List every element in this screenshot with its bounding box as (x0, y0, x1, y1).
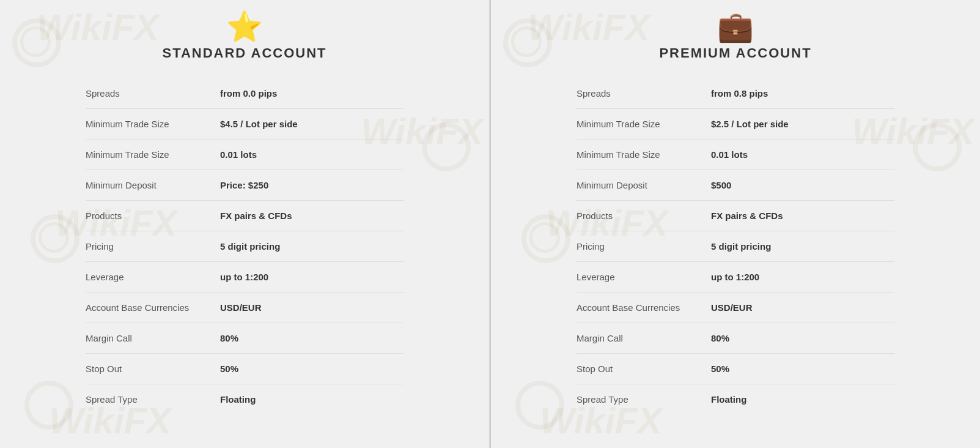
standard-value-8: 80% (220, 332, 238, 345)
standard-row-0: Spreadsfrom 0.0 pips (86, 78, 403, 109)
premium-label-9: Stop Out (577, 362, 711, 375)
standard-label-9: Stop Out (86, 362, 220, 375)
standard-label-6: Leverage (86, 271, 220, 283)
standard-icon: ⭐ (226, 12, 263, 42)
premium-row-5: Pricing5 digit pricing (577, 231, 894, 262)
standard-label-10: Spread Type (86, 393, 220, 406)
standard-value-1: $4.5 / Lot per side (220, 118, 298, 130)
premium-value-7: USD/EUR (711, 301, 753, 314)
standard-account-panel: WikiFX WikiFX WikiFX WikiFX ⭐ STANDARD A… (0, 0, 490, 448)
premium-value-0: from 0.8 pips (711, 87, 768, 100)
p-watermark-circle-2 (521, 214, 570, 263)
standard-row-8: Margin Call80% (86, 323, 403, 354)
watermark-circle-inner-1 (20, 26, 51, 57)
standard-value-7: USD/EUR (220, 301, 262, 314)
standard-features-table: Spreadsfrom 0.0 pipsMinimum Trade Size$4… (86, 78, 403, 414)
watermark-circle-1 (12, 18, 61, 67)
standard-row-2: Minimum Trade Size0.01 lots (86, 140, 403, 170)
watermark-circle-4 (24, 381, 73, 430)
standard-header: ⭐ STANDARD ACCOUNT (162, 12, 326, 61)
standard-row-6: Leverageup to 1:200 (86, 262, 403, 293)
standard-value-4: FX pairs & CFDs (220, 209, 292, 222)
standard-label-0: Spreads (86, 87, 220, 100)
premium-row-6: Leverageup to 1:200 (577, 262, 894, 293)
premium-row-9: Stop Out50% (577, 354, 894, 384)
standard-value-10: Floating (220, 393, 256, 406)
watermark-circle-3 (422, 122, 471, 171)
standard-row-9: Stop Out50% (86, 354, 403, 384)
standard-value-9: 50% (220, 362, 238, 375)
premium-value-1: $2.5 / Lot per side (711, 118, 789, 130)
premium-title: PREMIUM ACCOUNT (659, 45, 811, 61)
premium-label-2: Minimum Trade Size (577, 148, 711, 161)
premium-label-10: Spread Type (577, 393, 711, 406)
premium-features-table: Spreadsfrom 0.8 pipsMinimum Trade Size$2… (577, 78, 894, 414)
standard-row-10: Spread TypeFloating (86, 384, 403, 414)
page-wrapper: WikiFX WikiFX WikiFX WikiFX ⭐ STANDARD A… (0, 0, 980, 448)
premium-label-5: Pricing (577, 240, 711, 253)
watermark-text-1: WikiFX (37, 6, 158, 48)
p-watermark-circle-1 (503, 18, 552, 67)
premium-value-8: 80% (711, 332, 729, 345)
watermark-circle-2 (31, 214, 79, 263)
standard-value-3: Price: $250 (220, 179, 268, 192)
premium-label-7: Account Base Currencies (577, 301, 711, 314)
p-watermark-circle-inner-1 (511, 26, 542, 57)
standard-title: STANDARD ACCOUNT (162, 45, 326, 61)
standard-label-1: Minimum Trade Size (86, 118, 220, 130)
premium-label-3: Minimum Deposit (577, 179, 711, 192)
standard-label-3: Minimum Deposit (86, 179, 220, 192)
premium-row-2: Minimum Trade Size0.01 lots (577, 140, 894, 170)
standard-row-4: ProductsFX pairs & CFDs (86, 201, 403, 231)
premium-row-10: Spread TypeFloating (577, 384, 894, 414)
standard-row-1: Minimum Trade Size$4.5 / Lot per side (86, 109, 403, 140)
premium-label-6: Leverage (577, 271, 711, 283)
premium-row-0: Spreadsfrom 0.8 pips (577, 78, 894, 109)
premium-header: 💼 PREMIUM ACCOUNT (659, 12, 811, 61)
standard-label-7: Account Base Currencies (86, 301, 220, 314)
premium-row-8: Margin Call80% (577, 323, 894, 354)
standard-label-4: Products (86, 209, 220, 222)
p-watermark-circle-4 (515, 381, 564, 430)
premium-row-1: Minimum Trade Size$2.5 / Lot per side (577, 109, 894, 140)
p-watermark-text-1: WikiFX (528, 6, 649, 48)
premium-label-4: Products (577, 209, 711, 222)
standard-value-0: from 0.0 pips (220, 87, 277, 100)
premium-row-3: Minimum Deposit$500 (577, 170, 894, 201)
standard-row-7: Account Base CurrenciesUSD/EUR (86, 293, 403, 323)
standard-value-5: 5 digit pricing (220, 240, 280, 253)
premium-row-4: ProductsFX pairs & CFDs (577, 201, 894, 231)
premium-value-5: 5 digit pricing (711, 240, 771, 253)
p-watermark-circle-3 (913, 122, 962, 171)
standard-label-8: Margin Call (86, 332, 220, 345)
premium-value-10: Floating (711, 393, 746, 406)
p-watermark-circle-inner-2 (529, 222, 560, 253)
premium-value-3: $500 (711, 179, 731, 192)
standard-label-5: Pricing (86, 240, 220, 253)
standard-row-3: Minimum DepositPrice: $250 (86, 170, 403, 201)
premium-row-7: Account Base CurrenciesUSD/EUR (577, 293, 894, 323)
premium-account-panel: WikiFX WikiFX WikiFX WikiFX 💼 PREMIUM AC… (491, 0, 980, 448)
premium-value-9: 50% (711, 362, 729, 375)
standard-value-2: 0.01 lots (220, 148, 257, 161)
premium-label-1: Minimum Trade Size (577, 118, 711, 130)
standard-value-6: up to 1:200 (220, 271, 268, 283)
premium-label-0: Spreads (577, 87, 711, 100)
premium-label-8: Margin Call (577, 332, 711, 345)
premium-value-6: up to 1:200 (711, 271, 759, 283)
premium-value-4: FX pairs & CFDs (711, 209, 783, 222)
standard-label-2: Minimum Trade Size (86, 148, 220, 161)
standard-row-5: Pricing5 digit pricing (86, 231, 403, 262)
premium-icon: 💼 (717, 12, 754, 42)
premium-value-2: 0.01 lots (711, 148, 748, 161)
watermark-circle-inner-2 (39, 222, 69, 253)
